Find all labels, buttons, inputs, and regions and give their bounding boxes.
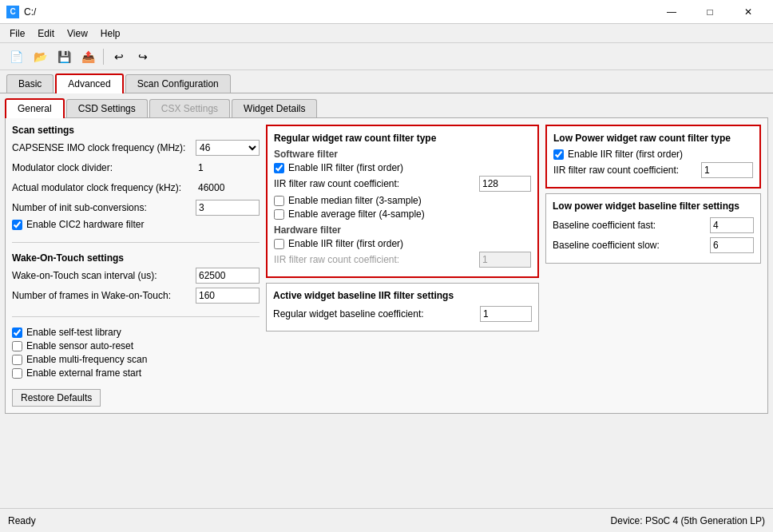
baseline-title: Active widget baseline IIR filter settin… <box>273 290 532 301</box>
cic2-checkbox[interactable] <box>12 220 22 230</box>
tab-scan-config[interactable]: Scan Configuration <box>125 74 231 93</box>
lp-iir-enable-row: Enable IIR filter (first order) <box>553 149 753 160</box>
toolbar-new[interactable]: 📄 <box>5 46 27 67</box>
init-sub-input[interactable] <box>196 200 260 216</box>
sw-median-checkbox[interactable] <box>274 196 284 206</box>
lp-baseline-fast-input[interactable] <box>710 217 754 233</box>
multifreq-label: Enable multi-frequency scan <box>26 354 147 365</box>
sw-iir-coeff-label: IIR filter raw count coefficient: <box>274 178 479 189</box>
wot-interval-input[interactable] <box>196 268 260 284</box>
status-left: Ready <box>8 515 36 526</box>
tab-basic[interactable]: Basic <box>6 74 54 93</box>
status-bar: Ready Device: PSoC 4 (5th Generation LP) <box>0 508 773 532</box>
multifreq-row: Enable multi-frequency scan <box>12 354 260 365</box>
sw-iir-enable-row: Enable IIR filter (first order) <box>274 162 531 173</box>
sw-average-label: Enable average filter (4-sample) <box>288 208 425 220</box>
extframe-checkbox[interactable] <box>12 368 22 379</box>
status-right: Device: PSoC 4 (5th Generation LP) <box>611 515 765 526</box>
selftest-row: Enable self-test library <box>12 327 260 338</box>
window-title: C:/ <box>24 6 36 18</box>
imo-freq-select[interactable]: 46 <box>196 140 260 156</box>
lp-baseline-slow-row: Baseline coefficient slow: <box>553 236 754 254</box>
sw-iir-label: Enable IIR filter (first order) <box>288 162 403 173</box>
divider2 <box>12 316 260 317</box>
wot-interval-label: Wake-on-Touch scan interval (us): <box>12 270 196 281</box>
cic2-row: Enable CIC2 hardware filter <box>12 219 260 230</box>
actual-freq-value: 46000 <box>196 182 260 193</box>
middle-panel: Regular widget raw count filter type Sof… <box>266 125 539 407</box>
scan-settings-group: Scan settings CAPSENSE IMO clock frequen… <box>12 125 260 232</box>
selftest-checkbox[interactable] <box>12 328 22 338</box>
menu-file[interactable]: File <box>3 26 31 41</box>
extframe-row: Enable external frame start <box>12 367 260 379</box>
imo-freq-label: CAPSENSE IMO clock frequency (MHz): <box>12 142 196 153</box>
selftest-label: Enable self-test library <box>26 327 121 338</box>
lp-baseline-box: Low power widget baseline filter setting… <box>545 193 761 264</box>
software-filter-title: Software filter <box>274 149 531 160</box>
divider1 <box>12 242 260 243</box>
wot-group: Wake-On-Touch settings Wake-on-Touch sca… <box>12 252 260 307</box>
restore-defaults-button[interactable]: Restore Defaults <box>12 389 101 407</box>
lp-baseline-fast-row: Baseline coefficient fast: <box>553 216 754 234</box>
toolbar-sep <box>103 49 104 65</box>
hw-iir-coeff-input <box>479 252 531 268</box>
hw-iir-coeff-label: IIR filter raw count coefficient: <box>274 254 479 265</box>
tab-advanced[interactable]: Advanced <box>55 73 123 93</box>
sw-median-row: Enable median filter (3-sample) <box>274 195 531 206</box>
menu-edit[interactable]: Edit <box>31 26 61 41</box>
actual-freq-row: Actual modulator clock frequency (kHz): … <box>12 179 260 197</box>
autoreset-checkbox[interactable] <box>12 341 22 351</box>
hw-iir-checkbox[interactable] <box>274 239 284 249</box>
baseline-coeff-label: Regular widget baseline coefficient: <box>273 308 480 320</box>
maximize-button[interactable]: □ <box>692 1 728 23</box>
regular-filter-box: Regular widget raw count filter type Sof… <box>266 125 539 278</box>
misc-checkboxes: Enable self-test library Enable sensor a… <box>12 327 260 381</box>
subtab-csd[interactable]: CSD Settings <box>66 99 148 117</box>
top-tabs: Basic Advanced Scan Configuration <box>0 70 773 93</box>
autoreset-row: Enable sensor auto-reset <box>12 340 260 351</box>
mod-divider-row: Modulator clock divider: 1 <box>12 159 260 177</box>
lp-filter-box: Low Power widget raw count filter type E… <box>545 125 761 189</box>
title-bar: C C:/ — □ ✕ <box>0 0 773 24</box>
toolbar: 📄 📂 💾 📤 ↩ ↪ <box>0 43 773 70</box>
minimize-button[interactable]: — <box>653 1 690 23</box>
baseline-coeff-input[interactable] <box>480 306 532 322</box>
hardware-filter-title: Hardware filter <box>274 224 531 236</box>
extframe-label: Enable external frame start <box>26 367 141 379</box>
lp-baseline-fast-label: Baseline coefficient fast: <box>553 220 710 231</box>
sub-tabs: General CSD Settings CSX Settings Widget… <box>5 98 768 118</box>
wot-frames-input[interactable] <box>196 288 260 304</box>
sw-iir-checkbox[interactable] <box>274 163 284 173</box>
wot-frames-label: Number of frames in Wake-on-Touch: <box>12 290 196 301</box>
sw-average-checkbox[interactable] <box>274 209 284 220</box>
autoreset-label: Enable sensor auto-reset <box>26 340 133 351</box>
close-button[interactable]: ✕ <box>730 1 767 23</box>
menu-help[interactable]: Help <box>94 26 127 41</box>
lp-iir-checkbox[interactable] <box>553 149 564 160</box>
menu-view[interactable]: View <box>61 26 94 41</box>
subtab-widget[interactable]: Widget Details <box>232 99 317 117</box>
toolbar-save[interactable]: 💾 <box>53 46 75 67</box>
mod-divider-value: 1 <box>196 162 260 173</box>
lp-iir-coeff-row: IIR filter raw count coefficient: <box>553 162 753 178</box>
wot-title: Wake-On-Touch settings <box>12 252 260 264</box>
baseline-box: Active widget baseline IIR filter settin… <box>266 283 539 332</box>
toolbar-export[interactable]: 📤 <box>77 46 99 67</box>
mod-divider-label: Modulator clock divider: <box>12 162 196 173</box>
sw-iir-coeff-input[interactable] <box>479 176 531 192</box>
toolbar-redo[interactable]: ↪ <box>132 46 154 67</box>
toolbar-open[interactable]: 📂 <box>29 46 51 67</box>
init-sub-label: Number of init sub-conversions: <box>12 202 196 213</box>
lp-iir-coeff-input[interactable] <box>701 162 753 178</box>
subtab-general[interactable]: General <box>5 98 65 118</box>
imo-freq-row: CAPSENSE IMO clock frequency (MHz): 46 <box>12 139 260 157</box>
right-panel: Low Power widget raw count filter type E… <box>545 125 761 407</box>
lp-baseline-slow-input[interactable] <box>710 237 754 253</box>
hw-iir-label: Enable IIR filter (first order) <box>288 238 403 249</box>
lp-iir-coeff-label: IIR filter raw count coefficient: <box>553 165 701 176</box>
multifreq-checkbox[interactable] <box>12 355 22 365</box>
toolbar-undo[interactable]: ↩ <box>108 46 130 67</box>
hw-iir-enable-row: Enable IIR filter (first order) <box>274 238 531 249</box>
subtab-csx[interactable]: CSX Settings <box>149 99 230 117</box>
wot-interval-row: Wake-on-Touch scan interval (us): <box>12 267 260 284</box>
